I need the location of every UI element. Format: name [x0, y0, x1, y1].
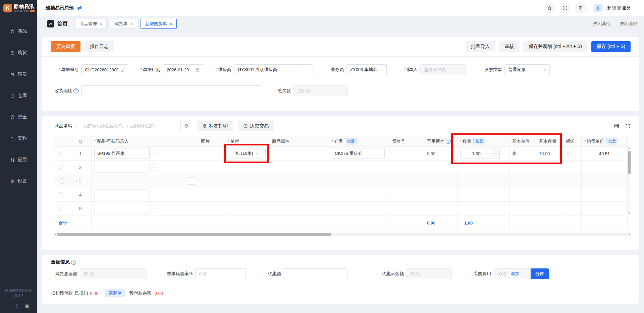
tab-purchase-bill[interactable]: 购货单 ×: [110, 19, 137, 29]
expand-table-icon[interactable]: [625, 123, 631, 129]
unit-select[interactable]: 包 (10本)∨: [228, 148, 266, 159]
save-button[interactable]: 保存 (ctrl + S): [591, 41, 631, 52]
qty-input[interactable]: 1.00: [460, 148, 492, 159]
scroll-right-icon[interactable]: ▸: [628, 233, 631, 236]
select-source-button[interactable]: 选源单: [105, 289, 125, 297]
tab-new-purchase-bill[interactable]: 新增购货单 ×: [141, 19, 176, 29]
product-input[interactable]: SP193 绘画本: [94, 148, 150, 159]
product-picker-button[interactable]: ···: [188, 177, 195, 185]
add-row-button[interactable]: +: [73, 178, 80, 184]
product-input[interactable]: [94, 189, 150, 200]
remove-row-button[interactable]: −: [81, 178, 88, 184]
close-icon[interactable]: ×: [130, 21, 133, 26]
sidebar-item-funds[interactable]: 资金: [0, 106, 37, 128]
sidebar-item-settings[interactable]: ⚙ 设置: [0, 171, 37, 192]
sidebar-item-data[interactable]: 资料: [0, 128, 37, 149]
slot-picker-button[interactable]: ···: [417, 151, 421, 156]
label-print-button[interactable]: 标签打印: [197, 121, 233, 131]
apps-grid-icon: [10, 158, 15, 163]
batch-qty-button[interactable]: 批量: [473, 138, 485, 144]
close-icon[interactable]: ×: [100, 21, 102, 26]
dark-mode-icon[interactable]: ☾: [15, 303, 20, 309]
product-picker-button[interactable]: ···: [152, 164, 159, 171]
bill-no-input[interactable]: [85, 67, 118, 72]
bill-no-field[interactable]: [81, 64, 128, 75]
operation-log-button[interactable]: 操作日志: [85, 41, 114, 52]
product-picker-button[interactable]: ···: [152, 205, 159, 212]
collapse-menu-icon[interactable]: ≡: [8, 303, 11, 309]
salesman-field[interactable]: [346, 64, 387, 75]
row-radio[interactable]: [59, 178, 64, 184]
scroll-down-icon[interactable]: ▾: [629, 211, 630, 215]
discount-field[interactable]: [284, 268, 347, 279]
gift-checkbox[interactable]: [566, 151, 571, 156]
address-help-icon[interactable]: ?: [73, 88, 78, 93]
history-trade-button[interactable]: 历史交易: [238, 121, 274, 131]
upload-button[interactable]: [575, 3, 586, 13]
product-input[interactable]: [94, 203, 150, 214]
batch-import-button[interactable]: 批量导入: [466, 41, 495, 52]
invoice-type-select[interactable]: ∨: [504, 64, 550, 75]
row-radio[interactable]: [59, 206, 64, 211]
warehouse-input[interactable]: CK076 重庆仓: [332, 148, 385, 159]
history-bills-button[interactable]: 历史单据: [51, 41, 80, 52]
sidebar-item-sales[interactable]: 销货: [0, 63, 37, 85]
supplier-field[interactable]: ···: [234, 64, 313, 75]
invoice-type-value[interactable]: [508, 67, 542, 72]
salesman-input[interactable]: [350, 67, 383, 72]
sidebar-item-warehouse[interactable]: 仓库: [0, 85, 37, 106]
qty-stepper[interactable]: 1.00 ∧∨: [460, 148, 500, 159]
product-picker-button[interactable]: ···: [152, 150, 159, 157]
audit-button[interactable]: 审核: [499, 41, 519, 52]
tab-goods-manage[interactable]: 商品管理 ×: [75, 19, 107, 29]
scan-settings-button[interactable]: ⚙: [181, 121, 192, 131]
product-input[interactable]: [94, 162, 150, 173]
ellipsis-icon[interactable]: ···: [254, 89, 258, 93]
scan-field[interactable]: [80, 121, 181, 131]
qty-increase-icon[interactable]: ∧: [492, 148, 499, 154]
column-settings-icon[interactable]: [614, 123, 620, 129]
horizontal-scrollbar[interactable]: ◂ ▸: [54, 233, 631, 236]
add-fee-button[interactable]: 添加: [511, 271, 519, 277]
discount-rate-field[interactable]: [195, 268, 246, 279]
layout-list-icon[interactable]: ≣: [25, 303, 29, 309]
close-all-button[interactable]: 关闭全部: [620, 21, 637, 27]
address-field[interactable]: ···: [81, 85, 261, 96]
switch-store-icon[interactable]: ⇄: [77, 5, 82, 11]
tab-home[interactable]: 首页: [57, 20, 68, 27]
batch-price-button[interactable]: 批量: [606, 138, 618, 144]
close-others-button[interactable]: 关闭其他: [593, 21, 610, 27]
barcode-mode-select[interactable]: 商品条码 ∨: [51, 121, 80, 131]
discount-rate-input[interactable]: [199, 271, 242, 276]
stock-help-icon[interactable]: ?: [446, 139, 451, 144]
batch-warehouse-button[interactable]: 批量: [345, 138, 357, 144]
address-input[interactable]: [85, 88, 252, 93]
discount-input[interactable]: [287, 271, 344, 276]
qty-decrease-icon[interactable]: ∨: [492, 154, 499, 159]
scrollbar-thumb[interactable]: [628, 151, 631, 174]
row-radio[interactable]: [59, 192, 64, 197]
share-fee-button[interactable]: 分摊: [531, 268, 549, 279]
bill-date-field[interactable]: [163, 64, 203, 75]
scan-input[interactable]: [84, 124, 177, 129]
sidebar-item-purchase[interactable]: 购货: [0, 42, 37, 63]
ellipsis-icon[interactable]: ···: [305, 68, 309, 72]
amount-help-icon[interactable]: ?: [71, 260, 76, 265]
home-button[interactable]: [544, 3, 555, 13]
supplier-input[interactable]: [238, 67, 303, 72]
fullscreen-button[interactable]: [559, 3, 570, 13]
avatar[interactable]: [594, 4, 602, 12]
save-and-new-button[interactable]: 保存并新增 (ctrl + Alt + S): [523, 41, 587, 52]
row-radio[interactable]: [59, 151, 64, 156]
bill-date-input[interactable]: [167, 67, 193, 72]
product-picker-button[interactable]: ···: [152, 191, 159, 198]
scroll-left-icon[interactable]: ◂: [54, 233, 57, 236]
scrollbar-thumb[interactable]: [57, 233, 331, 236]
vertical-scrollbar[interactable]: ▴ ▾: [628, 146, 631, 215]
sidebar-item-apps[interactable]: 应用: [0, 149, 37, 171]
scroll-up-icon[interactable]: ▴: [629, 147, 630, 150]
close-icon[interactable]: ×: [169, 21, 172, 26]
row-radio[interactable]: [59, 165, 64, 170]
current-user[interactable]: 超级管理员: [607, 5, 631, 11]
sidebar-item-goods[interactable]: 商品: [0, 20, 37, 42]
